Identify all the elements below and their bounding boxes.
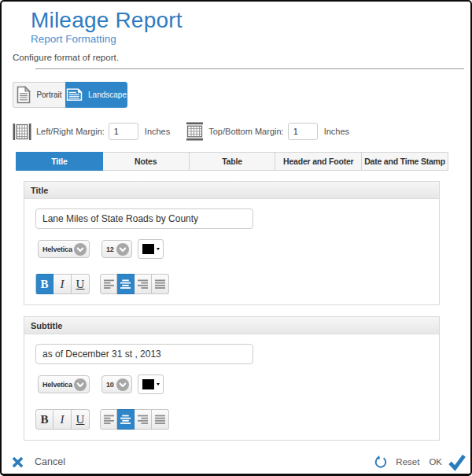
left-right-margin-input[interactable] [109, 123, 138, 140]
tab-title[interactable]: Title [16, 152, 103, 171]
tab-table[interactable]: Table [190, 152, 276, 171]
caret-down-icon [157, 383, 160, 386]
subtitle-panel: Subtitle Helvetica 10 [24, 316, 440, 441]
title-color-select[interactable] [138, 239, 164, 259]
subtitle-panel-heading: Subtitle [24, 317, 439, 334]
ok-button[interactable]: OK [429, 452, 466, 471]
page-title: Mileage Report [31, 9, 470, 31]
portrait-button[interactable]: Portrait [13, 82, 65, 108]
page-subtitle: Report Formatting [31, 33, 470, 45]
title-font-value: Helvetica [42, 245, 72, 253]
tab-notes[interactable]: Notes [103, 152, 190, 171]
subtitle-bold-button[interactable]: B [35, 409, 53, 430]
subtitle-underline-button[interactable]: U [72, 409, 90, 430]
portrait-label: Portrait [36, 90, 61, 99]
landscape-label: Landscape [88, 90, 127, 99]
ok-check-icon [448, 452, 466, 471]
title-underline-button[interactable]: U [72, 274, 90, 294]
title-align-center-button[interactable] [117, 274, 135, 294]
cancel-label: Cancel [35, 456, 65, 467]
subtitle-color-swatch [142, 379, 154, 389]
subtitle-font-select[interactable]: Helvetica [38, 375, 90, 393]
align-center-icon [120, 415, 131, 424]
left-right-margin-icon [13, 123, 31, 141]
chevron-down-icon [74, 378, 87, 391]
chevron-down-icon [116, 378, 129, 391]
cancel-button[interactable]: Cancel [12, 456, 65, 468]
title-align-left-button[interactable] [100, 274, 117, 294]
subtitle-align-left-button[interactable] [100, 409, 117, 430]
landscape-button[interactable]: Landscape [65, 82, 127, 108]
top-bottom-margin-label: Top/Bottom Margin: [208, 127, 283, 136]
left-right-margin-group: Left/Right Margin: Inches [13, 123, 170, 141]
subtitle-color-select[interactable] [138, 375, 164, 394]
title-align-justify-button[interactable] [152, 274, 169, 294]
title-italic-button[interactable]: I [53, 274, 72, 294]
align-left-icon [104, 415, 114, 424]
subtitle-size-value: 10 [106, 381, 114, 389]
reset-icon [374, 455, 388, 469]
page-header: Mileage Report Report Formatting [2, 2, 470, 45]
orientation-toggle: Portrait Landscape [13, 82, 127, 108]
title-size-select[interactable]: 12 [101, 240, 132, 258]
title-align-group [100, 274, 169, 294]
chevron-down-icon [74, 243, 87, 256]
title-panel-heading: Title [24, 182, 439, 199]
align-center-icon [120, 279, 131, 289]
cancel-x-icon [12, 456, 24, 468]
subtitle-align-right-button[interactable] [135, 409, 152, 430]
top-bottom-margin-unit: Inches [324, 127, 349, 136]
top-bottom-margin-input[interactable] [288, 123, 318, 140]
tab-date-and-time-stamp[interactable]: Date and Time Stamp [362, 152, 448, 171]
footer: Cancel Reset OK [2, 450, 470, 474]
caret-down-icon [157, 248, 160, 250]
left-right-margin-unit: Inches [145, 127, 170, 136]
title-color-swatch [142, 244, 154, 254]
left-right-margin-label: Left/Right Margin: [36, 127, 105, 136]
landscape-page-icon [66, 88, 83, 101]
align-right-icon [138, 279, 148, 289]
portrait-page-icon [17, 86, 31, 104]
subtitle-align-center-button[interactable] [117, 409, 135, 430]
divider [35, 68, 464, 69]
subtitle-align-group [100, 409, 169, 430]
ok-label: OK [429, 457, 442, 467]
subtitle-font-value: Helvetica [42, 381, 72, 389]
top-bottom-margin-icon [186, 122, 204, 141]
subtitle-italic-button[interactable]: I [53, 409, 72, 430]
subtitle-size-select[interactable]: 10 [101, 375, 132, 393]
align-left-icon [104, 279, 114, 289]
margins-row: Left/Right Margin: Inches Top/Botto [13, 122, 470, 141]
tab-header-and-footer[interactable]: Header and Footer [275, 152, 362, 171]
title-size-value: 12 [106, 245, 114, 253]
title-font-select[interactable]: Helvetica [38, 240, 90, 258]
title-text-input[interactable] [35, 208, 253, 229]
subtitle-text-input[interactable] [35, 344, 253, 364]
page-description: Configure format of report. [13, 53, 470, 62]
reset-label: Reset [396, 457, 419, 467]
top-bottom-margin-group: Top/Bottom Margin: Inches [186, 122, 349, 141]
title-align-right-button[interactable] [135, 274, 152, 294]
tab-bar: TitleNotesTableHeader and FooterDate and… [16, 152, 448, 171]
title-bold-button[interactable]: B [35, 274, 53, 294]
title-style-group: B I U [35, 274, 90, 294]
align-right-icon [138, 415, 148, 424]
align-justify-icon [155, 279, 165, 289]
align-justify-icon [155, 415, 165, 424]
reset-button[interactable]: Reset [374, 455, 419, 469]
subtitle-align-justify-button[interactable] [152, 409, 169, 430]
subtitle-style-group: B I U [35, 409, 90, 430]
title-panel: Title Helvetica 12 [24, 181, 440, 305]
chevron-down-icon [116, 243, 129, 256]
